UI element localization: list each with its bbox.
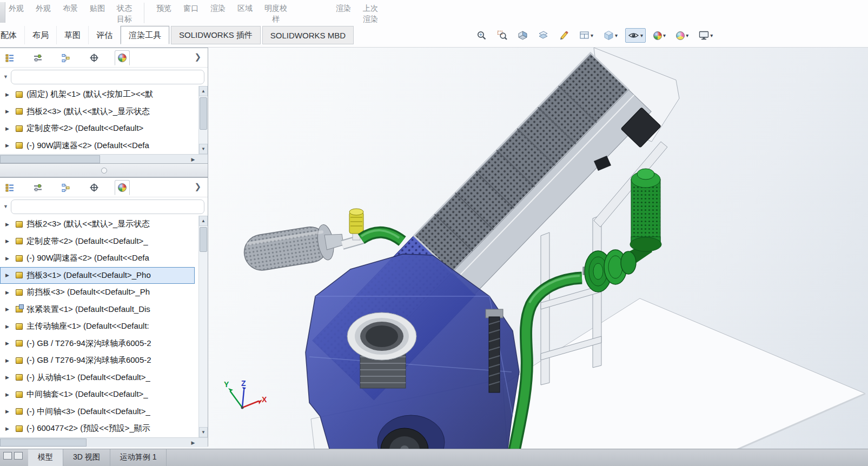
tab-4[interactable]: 渲染工具 bbox=[121, 26, 169, 44]
expand-arrow-icon[interactable]: ▶ bbox=[5, 92, 12, 97]
ribbon-item[interactable]: 外观 bbox=[36, 3, 51, 14]
expand-arrow-icon[interactable]: ▶ bbox=[5, 307, 12, 312]
scroll-thumb[interactable] bbox=[0, 155, 100, 163]
expand-arrow-icon[interactable]: ▶ bbox=[5, 409, 12, 414]
displaymanager-icon[interactable] bbox=[115, 180, 130, 195]
view-orientation-icon[interactable]: ▾ bbox=[577, 28, 596, 43]
chevron-right-icon[interactable]: ❯ bbox=[194, 182, 201, 191]
scroll-down-icon[interactable]: ▼ bbox=[199, 144, 208, 154]
dropdown-caret-icon[interactable]: ▾ bbox=[640, 32, 643, 38]
ribbon-item[interactable]: 明度校 样 bbox=[264, 3, 287, 24]
ribbon-item[interactable]: 区域 bbox=[237, 3, 253, 14]
window-split-icon[interactable] bbox=[14, 452, 23, 460]
ribbon-item[interactable]: 渲染 bbox=[210, 3, 226, 14]
vertical-scrollbar[interactable]: ▲ ▼ bbox=[198, 86, 208, 154]
tab-0[interactable]: 配体 bbox=[0, 26, 25, 44]
tree-item[interactable]: ▶挡板2<3> (默认<<默认>_显示状态 bbox=[0, 103, 195, 121]
ribbon-item[interactable]: 贴图 bbox=[90, 3, 105, 14]
expand-arrow-icon[interactable]: ▶ bbox=[5, 238, 12, 244]
scroll-right-icon[interactable]: ▶ bbox=[188, 438, 198, 447]
tab-6[interactable]: SOLIDWORKS MBD bbox=[262, 26, 354, 44]
dropdown-caret-icon[interactable]: ▾ bbox=[710, 32, 713, 38]
vertical-scrollbar[interactable]: ▲ ▼ bbox=[198, 216, 208, 437]
featuremanager-icon[interactable] bbox=[2, 50, 17, 65]
filter-box[interactable] bbox=[11, 199, 204, 214]
displaymanager-icon[interactable] bbox=[115, 50, 130, 65]
expand-arrow-icon[interactable]: ▶ bbox=[5, 426, 12, 431]
tab-3[interactable]: 评估 bbox=[89, 26, 121, 44]
tree-item[interactable]: ▶定制皮带<2> (Default<<Default> bbox=[0, 120, 195, 137]
horizontal-scrollbar[interactable]: ▶ bbox=[0, 437, 208, 447]
dropdown-caret-icon[interactable]: ▾ bbox=[663, 32, 666, 38]
tree-item[interactable]: ▶挡板2<3> (默认<<默认>_显示状态 bbox=[0, 216, 195, 233]
zoom-fit-icon[interactable] bbox=[474, 28, 489, 43]
scroll-thumb[interactable] bbox=[200, 227, 207, 252]
expand-arrow-icon[interactable]: ▶ bbox=[5, 392, 12, 397]
tab-1[interactable]: 布局 bbox=[25, 26, 57, 44]
chevron-right-icon[interactable]: ❯ bbox=[194, 52, 201, 62]
ribbon-item[interactable]: 窗口 bbox=[183, 3, 198, 14]
expand-arrow-icon[interactable]: ▶ bbox=[5, 143, 12, 148]
expand-arrow-icon[interactable]: ▶ bbox=[5, 375, 12, 380]
scroll-up-icon[interactable]: ▲ bbox=[199, 216, 208, 226]
tree-item[interactable]: ▶(-) 从动轴<1> (Default<<Default>_ bbox=[0, 369, 195, 387]
tree-item[interactable]: ▶定制皮带<2> (Default<<Default>_ bbox=[0, 233, 195, 250]
expand-arrow-icon[interactable]: ▶ bbox=[5, 222, 12, 227]
scene-ball-icon[interactable]: ▾ bbox=[673, 29, 691, 42]
tree-item[interactable]: ▶(-) 90W調速器<2> (Default<<Defa bbox=[0, 137, 195, 155]
tree-item[interactable]: ▶(-) 90W調速器<2> (Default<<Defa bbox=[0, 250, 195, 267]
dimxpertmanager-icon[interactable] bbox=[87, 180, 102, 195]
tree-item[interactable]: ▶中间轴套<1> (Default<<Default>_ bbox=[0, 386, 195, 403]
tree-item[interactable]: ▶挡板3<1> (Default<<Default>_Pho bbox=[0, 267, 195, 284]
window-icon[interactable] bbox=[3, 452, 12, 460]
document-tab-1[interactable]: 3D 视图 bbox=[63, 449, 110, 466]
dropdown-caret-icon[interactable]: ▾ bbox=[686, 32, 688, 38]
expand-arrow-icon[interactable]: ▶ bbox=[5, 290, 12, 295]
dimxpertmanager-icon[interactable] bbox=[87, 50, 102, 65]
ribbon-item[interactable]: 布景 bbox=[63, 3, 78, 14]
display-style-icon[interactable]: ▾ bbox=[601, 28, 620, 43]
tree-item[interactable]: ▶主传动轴座<1> (Default<<Default: bbox=[0, 318, 195, 335]
featuremanager-icon[interactable] bbox=[2, 180, 17, 195]
scroll-up-icon[interactable]: ▲ bbox=[199, 86, 208, 96]
splitter-knob[interactable] bbox=[101, 168, 107, 174]
propertymanager-icon[interactable] bbox=[30, 180, 45, 195]
horizontal-scrollbar[interactable]: ▶ bbox=[0, 154, 208, 164]
expand-arrow-icon[interactable]: ▶ bbox=[5, 126, 12, 131]
ribbon-item[interactable]: 预览 bbox=[156, 3, 171, 14]
expand-arrow-icon[interactable]: ▶ bbox=[5, 109, 12, 114]
expand-arrow-icon[interactable]: ▶ bbox=[5, 341, 12, 346]
apply-scene-icon[interactable] bbox=[535, 28, 551, 43]
section-view-icon[interactable] bbox=[515, 28, 531, 43]
panel-splitter[interactable] bbox=[0, 163, 208, 177]
ribbon-item[interactable]: 上次 渲染 bbox=[363, 3, 378, 24]
tab-2[interactable]: 草图 bbox=[57, 26, 89, 44]
chevron-down-icon[interactable]: ▼ bbox=[3, 204, 8, 209]
document-tab-0[interactable]: 模型 bbox=[28, 449, 63, 466]
zoom-area-icon[interactable] bbox=[494, 28, 510, 43]
ribbon-item[interactable]: 外观 bbox=[9, 3, 24, 14]
tree-item[interactable]: ▶(固定) 机架<1> (默认<按加工><<默 bbox=[0, 86, 195, 103]
scroll-down-icon[interactable]: ▼ bbox=[199, 427, 208, 437]
tab-5[interactable]: SOLIDWORKS 插件 bbox=[171, 26, 261, 44]
scroll-thumb[interactable] bbox=[0, 438, 87, 447]
edit-appearance-pencil-icon[interactable] bbox=[556, 28, 572, 43]
ribbon-item[interactable]: 状态 目标 bbox=[117, 3, 132, 24]
dropdown-caret-icon[interactable]: ▾ bbox=[591, 32, 593, 38]
propertymanager-icon[interactable] bbox=[30, 50, 45, 65]
configurationmanager-icon[interactable] bbox=[58, 50, 74, 65]
tree-item[interactable]: ▶(-) GB / T276-94深沟球轴承6005-2 bbox=[0, 352, 195, 369]
configurationmanager-icon[interactable] bbox=[58, 180, 74, 195]
expand-arrow-icon[interactable]: ▶ bbox=[5, 324, 12, 329]
filter-box[interactable] bbox=[11, 70, 204, 84]
dropdown-caret-icon[interactable]: ▾ bbox=[615, 32, 618, 38]
expand-arrow-icon[interactable]: ▶ bbox=[5, 272, 12, 278]
view-settings-icon[interactable]: ▾ bbox=[696, 28, 715, 43]
scroll-right-icon[interactable]: ▶ bbox=[188, 155, 198, 163]
ribbon-item[interactable]: 渲染 bbox=[336, 3, 351, 14]
expand-arrow-icon[interactable]: ▶ bbox=[5, 256, 12, 261]
tree-item[interactable]: ▶(-) 600477<2> (預設<<預設>_顯示 bbox=[0, 420, 195, 437]
tree-item[interactable]: ▶(-) GB / T276-94深沟球轴承6005-2 bbox=[0, 335, 195, 352]
tree-item[interactable]: ▶张紧装置<1> (Default<Default_Dis bbox=[0, 301, 195, 318]
edit-appearance-ball-icon[interactable]: ▾ bbox=[651, 29, 668, 42]
